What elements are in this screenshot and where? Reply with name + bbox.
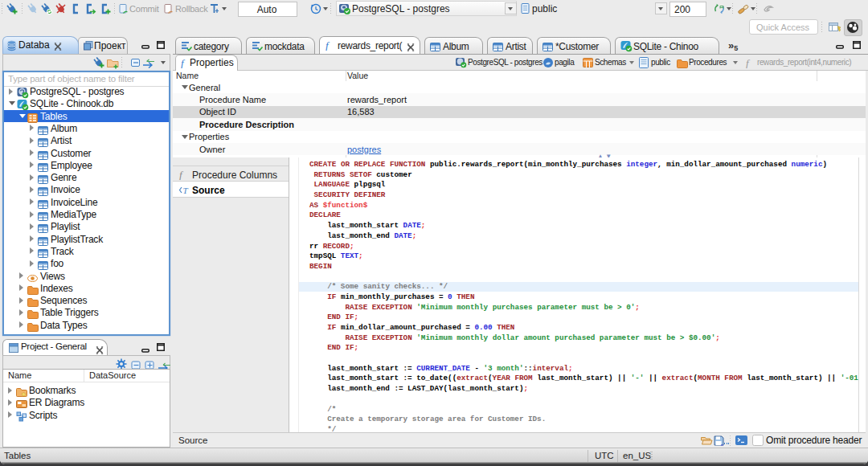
svg-text:f: f	[326, 40, 330, 51]
svg-text:f: f	[181, 58, 186, 68]
svg-text:f: f	[179, 170, 184, 180]
svg-text:T: T	[183, 186, 189, 195]
svg-text:f: f	[746, 58, 751, 68]
